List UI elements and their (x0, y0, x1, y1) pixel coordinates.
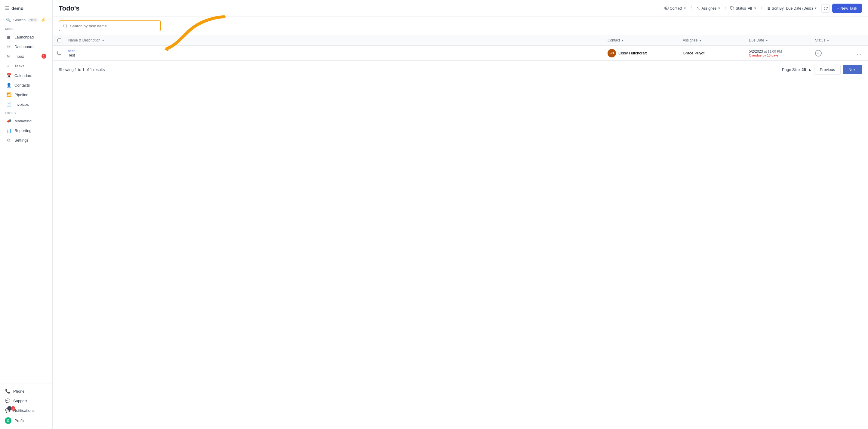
refresh-button[interactable] (822, 4, 830, 12)
sidebar-item-phone[interactable]: 📞 Phone (0, 386, 52, 396)
sidebar-item-notifications[interactable]: 💬 Notifications 4 2 (0, 405, 52, 415)
phone-icon: 📞 (5, 388, 10, 394)
apps-section-label: Apps (0, 25, 52, 32)
svg-point-10 (63, 24, 67, 27)
person-icon: 👤 (6, 82, 11, 88)
status-icon (730, 6, 735, 10)
sidebar-item-contacts[interactable]: 👤 Contacts (1, 80, 51, 90)
sidebar-item-launchpad[interactable]: ◼ Launchpad (1, 32, 51, 42)
sidebar-search[interactable]: 🔍 Search ctrl K ⚡ (1, 15, 51, 25)
contact-icon (664, 6, 669, 10)
sidebar-item-calendars[interactable]: 📅 Calendars (1, 71, 51, 80)
sort-by-filter[interactable]: Sort By Due Date (Desc) ▼ (765, 5, 819, 12)
separator-1: / (690, 6, 692, 11)
separator-2: / (725, 6, 726, 11)
sidebar-item-support[interactable]: 💬 Support (0, 396, 52, 405)
svg-point-2 (698, 7, 699, 8)
assignee-chevron-icon: ▼ (718, 7, 721, 10)
row-status-cell: ✓ … (815, 50, 863, 57)
search-box (59, 21, 161, 31)
content-area: Name & Description ▼ Contact ▼ Assignee … (53, 35, 868, 429)
table-row: test Test CH Cissy Hutchcraft Grace Puyo… (53, 46, 868, 61)
contact-filter[interactable]: Contact ▼ (662, 5, 688, 12)
status-chevron-icon: ▼ (754, 7, 757, 10)
results-count: Showing 1 to 1 of 1 results (59, 67, 105, 72)
row-checkbox[interactable] (57, 51, 61, 55)
grid-icon: ◼ (6, 34, 11, 40)
select-all-checkbox[interactable] (57, 38, 61, 42)
row-contact-cell: CH Cissy Hutchcraft (608, 49, 683, 58)
overdue-label: Overdue by 16 days (749, 54, 815, 57)
next-button[interactable]: Next (843, 65, 862, 74)
main-content: Todo's Contact ▼ / Assignee ▼ / Status A… (53, 0, 868, 429)
previous-button[interactable]: Previous (814, 65, 841, 74)
col-contact[interactable]: Contact ▼ (608, 38, 683, 42)
col-assignee[interactable]: Assignee ▼ (683, 38, 749, 42)
pagination-right: Page Size 25 ▲ Previous Next (782, 65, 862, 74)
name-sort-icon: ▼ (102, 39, 105, 42)
header-controls: Contact ▼ / Assignee ▼ / Status All ▼ / (662, 4, 862, 13)
contact-avatar: CH (608, 49, 616, 58)
sidebar-item-dashboard[interactable]: ☷ Dashboard (1, 42, 51, 52)
col-due-date[interactable]: Due Date ▼ (749, 38, 815, 42)
megaphone-icon: 📣 (6, 118, 11, 124)
chart-icon: ☷ (6, 44, 11, 49)
hamburger-icon[interactable]: ☰ (5, 5, 9, 11)
calendar-icon: 📅 (6, 73, 11, 78)
task-description: Test (68, 53, 608, 58)
task-name-link[interactable]: test (68, 49, 74, 53)
sidebar-item-profile[interactable]: G Profile (0, 415, 52, 426)
page-size-control: Page Size 25 ▲ (782, 67, 812, 72)
search-area (53, 17, 868, 35)
new-task-button[interactable]: + New Task (832, 4, 862, 13)
table-header: Name & Description ▼ Contact ▼ Assignee … (53, 35, 868, 46)
status-filter[interactable]: Status All ▼ (728, 5, 758, 12)
refresh-icon (824, 6, 828, 10)
status-sort-icon: ▼ (827, 39, 830, 42)
row-assignee-cell: Grace Puyot (683, 51, 749, 55)
more-options-button[interactable]: … (855, 50, 863, 57)
assignee-icon (696, 6, 701, 10)
bolt-icon: ⚡ (40, 17, 46, 23)
separator-3: / (761, 6, 762, 11)
search-box-inner (59, 21, 161, 31)
search-input[interactable] (70, 24, 157, 28)
inbox-icon: ✉ (6, 54, 11, 59)
sidebar-item-invoices[interactable]: 📄 Invoices (1, 100, 51, 109)
svg-line-11 (66, 27, 67, 28)
search-icon: 🔍 (6, 18, 11, 22)
sidebar-item-inbox[interactable]: ✉ Inbox 1 (1, 52, 51, 61)
page-size-chevron-icon[interactable]: ▲ (808, 67, 812, 72)
sidebar-bottom: 📞 Phone 💬 Support 💬 Notifications 4 2 G … (0, 384, 52, 426)
sidebar-item-pipeline[interactable]: 📶 Pipeline (1, 90, 51, 100)
search-icon (63, 24, 68, 28)
avatar: G (5, 417, 11, 424)
search-area-wrapper (53, 17, 868, 35)
row-name-cell: test Test (68, 49, 608, 58)
assignee-filter[interactable]: Assignee ▼ (694, 5, 722, 12)
sort-chevron-icon: ▼ (814, 7, 817, 10)
svg-point-1 (665, 7, 666, 8)
logo-text: demo (11, 6, 24, 11)
sidebar-item-reporting[interactable]: 📊 Reporting (1, 126, 51, 135)
contact-chevron-icon: ▼ (683, 7, 686, 10)
sort-icon (766, 6, 771, 10)
assignee-sort-icon: ▼ (699, 39, 702, 42)
row-checkbox-cell (57, 51, 68, 56)
sidebar: ☰ demo 🔍 Search ctrl K ⚡ Apps ◼ Launchpa… (0, 0, 53, 429)
col-status[interactable]: Status ▼ (815, 38, 863, 42)
sidebar-item-tasks[interactable]: ✓ Tasks (1, 61, 51, 71)
gear-icon: ⚙ (6, 137, 11, 143)
sidebar-item-settings[interactable]: ⚙ Settings (1, 135, 51, 145)
col-name[interactable]: Name & Description ▼ (68, 38, 608, 42)
support-icon: 💬 (5, 398, 10, 403)
check-icon: ✓ (6, 63, 11, 69)
page-title: Todo's (59, 4, 80, 12)
due-date-sort-icon: ▼ (766, 39, 769, 42)
sidebar-logo-area: ☰ demo (0, 3, 52, 15)
sidebar-item-marketing[interactable]: 📣 Marketing (1, 116, 51, 126)
reporting-icon: 📊 (6, 128, 11, 133)
status-complete-icon[interactable]: ✓ (815, 50, 822, 57)
tools-section-label: Tools (0, 109, 52, 116)
contact-sort-icon: ▼ (621, 39, 624, 42)
